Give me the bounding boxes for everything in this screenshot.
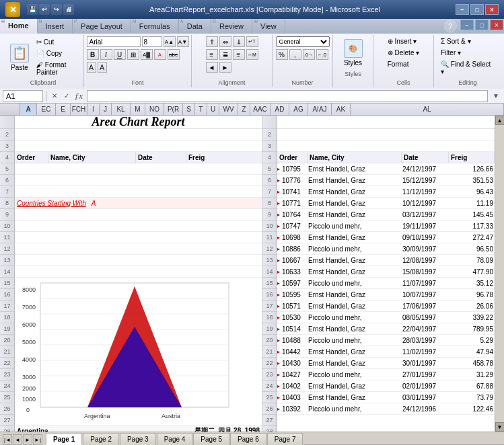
formula-expand-btn[interactable]: ▼ [491, 92, 501, 99]
save-quick-btn[interactable]: 💾 [27, 4, 38, 15]
styles-btn[interactable]: 🎨 Styles [340, 36, 367, 69]
redo-quick-btn[interactable]: ↪ [51, 4, 62, 15]
sheet-tab-7[interactable]: Page 7 [267, 433, 303, 445]
align-middle-btn[interactable]: ⇔ [219, 36, 231, 47]
find-btn[interactable]: 🔍 Find & Select ▾ [438, 59, 497, 77]
ribbon-close-btn[interactable]: × [490, 19, 503, 30]
col-M[interactable]: M [131, 104, 145, 115]
ribbon-minimize-btn[interactable]: − [460, 19, 474, 30]
col-AK[interactable]: AK [332, 104, 351, 115]
font-label: Font [131, 79, 143, 86]
fill-btn[interactable]: Filter ▾ [438, 48, 464, 58]
close-btn[interactable]: × [485, 4, 499, 15]
scroll-up-btn[interactable]: ▲ [495, 116, 505, 125]
col-I[interactable]: I [87, 104, 100, 115]
col-T[interactable]: T [195, 104, 207, 115]
format-painter-btn[interactable]: 🖌 Format Painter [34, 60, 79, 77]
merge-btn[interactable]: ↔M [246, 49, 258, 60]
col-U[interactable]: U [207, 104, 219, 115]
bold-btn[interactable]: B [87, 49, 99, 60]
strikethrough-btn[interactable]: abc [168, 49, 180, 60]
insert-function-icon[interactable]: ƒx [73, 91, 84, 102]
col-AIAJ[interactable]: AIAJ [308, 104, 332, 115]
maximize-btn[interactable]: □ [470, 4, 484, 15]
sheet-nav-first[interactable]: |◄ [3, 434, 12, 445]
italic-btn[interactable]: I [100, 49, 112, 60]
col-PR[interactable]: P(R [164, 104, 183, 115]
font-size-input[interactable] [142, 36, 162, 47]
sheet-nav-next[interactable]: ► [23, 434, 32, 445]
sheet-tab-2[interactable]: Page 2 [83, 433, 119, 445]
tab-page-layout[interactable]: PPage Layout [73, 19, 131, 34]
border-btn[interactable]: ⊞ [127, 49, 139, 60]
col-E[interactable]: E [56, 104, 71, 115]
col-A[interactable]: A [20, 104, 37, 115]
undo-quick-btn[interactable]: ↩ [39, 4, 50, 15]
tab-insert[interactable]: NInsert [38, 19, 73, 34]
percent-btn[interactable]: % [276, 49, 288, 60]
font-a2-btn[interactable]: A [98, 62, 107, 73]
print-quick-btn[interactable]: 🖨 [63, 4, 74, 15]
sheet-tab-4[interactable]: Page 4 [157, 433, 193, 445]
font-name-input[interactable] [87, 36, 141, 47]
sheet-nav-last[interactable]: ►| [33, 434, 42, 445]
align-bottom-btn[interactable]: ⇓ [233, 36, 245, 47]
sheet-tab-3[interactable]: Page 3 [120, 433, 156, 445]
help-btn[interactable]: ? [443, 19, 457, 33]
insert-btn[interactable]: ⊕ Insert ▾ [385, 36, 420, 46]
tab-formulas[interactable]: MFormulas [131, 19, 179, 34]
delete-btn[interactable]: ⊗ Delete ▾ [385, 48, 422, 58]
increase-font-btn[interactable]: A▲ [164, 36, 176, 47]
fill-color-btn[interactable]: A▓ [141, 49, 153, 60]
font-color-btn[interactable]: A [154, 49, 166, 60]
col-AL[interactable]: AL [351, 104, 504, 115]
col-AG[interactable]: AG [289, 104, 308, 115]
align-right-btn[interactable]: ≡ [233, 49, 245, 60]
confirm-formula-icon[interactable]: ✓ [61, 91, 72, 102]
indent-inc-btn[interactable]: ► [219, 62, 231, 73]
right-scrollbar[interactable]: ▲ ▼ [495, 116, 504, 432]
underline-btn[interactable]: U [114, 49, 126, 60]
tab-view[interactable]: WView [252, 19, 285, 34]
paste-btn[interactable]: 📋 Paste [7, 41, 32, 74]
dec-dec-btn[interactable]: ←.0 [316, 49, 328, 60]
copy-btn[interactable]: 📄 Copy [34, 48, 79, 58]
sheet-nav-prev[interactable]: ◄ [13, 434, 22, 445]
col-KL[interactable]: KL [112, 104, 131, 115]
cut-btn[interactable]: ✂ Cut [34, 37, 79, 47]
col-J[interactable]: J [100, 104, 112, 115]
col-NO[interactable]: NO [145, 104, 164, 115]
indent-dec-btn[interactable]: ◄ [206, 62, 218, 73]
tab-review[interactable]: RReview [211, 19, 252, 34]
tab-data[interactable]: AData [179, 19, 211, 34]
align-center-btn[interactable]: ≣ [219, 49, 231, 60]
svg-text:4000: 4000 [22, 356, 36, 363]
sheet-tab-1[interactable]: Page 1 [46, 433, 82, 445]
col-S[interactable]: S [183, 104, 195, 115]
tab-home[interactable]: HHome [0, 19, 38, 34]
dec-inc-btn[interactable]: .0→ [303, 49, 315, 60]
col-AD[interactable]: AD [271, 104, 289, 115]
font-aa-btn[interactable]: A [87, 62, 96, 73]
minimize-btn[interactable]: − [456, 4, 469, 15]
col-FCH[interactable]: FCH [71, 104, 87, 115]
align-left-btn[interactable]: ≡ [206, 49, 218, 60]
number-format-select[interactable]: General Number Currency Date [276, 36, 330, 47]
format-btn[interactable]: Format [385, 59, 412, 69]
sum-btn[interactable]: Σ Sort & ▾ [438, 36, 474, 46]
cell-reference-input[interactable] [3, 90, 43, 102]
ribbon-restore-btn[interactable]: □ [475, 19, 489, 30]
scroll-down-btn[interactable]: ▼ [495, 422, 505, 432]
align-top-btn[interactable]: ⇑ [206, 36, 218, 47]
sheet-tab-6[interactable]: Page 6 [230, 433, 266, 445]
col-Z[interactable]: Z [238, 104, 250, 115]
col-AAC[interactable]: AAC [250, 104, 271, 115]
formula-input[interactable] [87, 90, 488, 102]
wrap-text-btn[interactable]: ↵T [246, 36, 258, 47]
comma-btn[interactable]: , [289, 49, 301, 60]
col-WV[interactable]: WV [219, 104, 238, 115]
cancel-formula-icon[interactable]: ✕ [49, 91, 60, 102]
sheet-tab-5[interactable]: Page 5 [193, 433, 229, 445]
col-EC[interactable]: EC [37, 104, 56, 115]
decrease-font-btn[interactable]: A▼ [177, 36, 189, 47]
